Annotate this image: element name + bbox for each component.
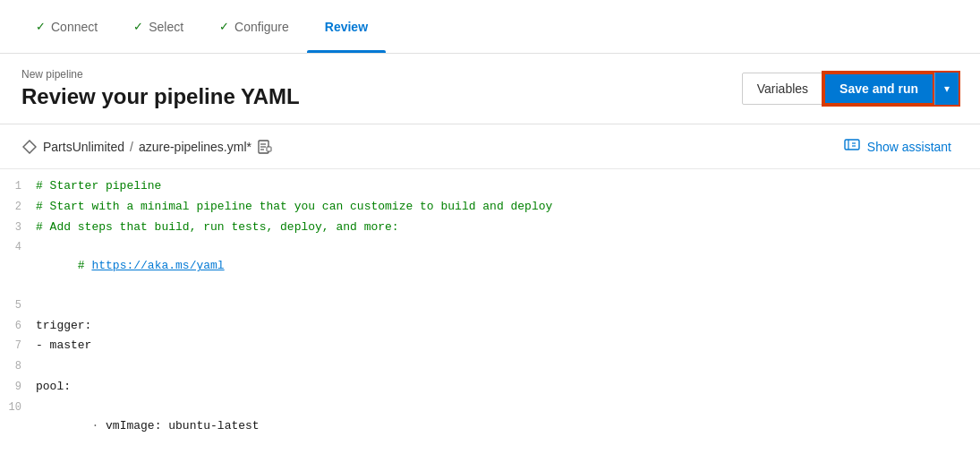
line-number-9: 9 bbox=[0, 379, 36, 396]
line-number-2: 2 bbox=[0, 199, 36, 216]
line-content-10: · vmImage: ubuntu-latest bbox=[36, 398, 980, 454]
line-content-1: # Starter pipeline bbox=[36, 177, 980, 196]
check-icon-select: ✓ bbox=[133, 20, 143, 33]
line-content-7: - master bbox=[36, 337, 980, 355]
code-line-9: 9 pool: bbox=[0, 377, 980, 398]
line-content-2: # Start with a minimal pipeline that you… bbox=[36, 198, 980, 217]
show-assistant-button[interactable]: Show assistant bbox=[837, 133, 959, 159]
code-line-3: 3 # Add steps that build, run tests, dep… bbox=[0, 218, 980, 238]
tab-review-label: Review bbox=[325, 20, 368, 34]
code-line-6: 6 trigger: bbox=[0, 316, 980, 337]
value-vmimage: · vmImage: ubuntu-latest bbox=[78, 419, 260, 433]
check-icon-connect: ✓ bbox=[36, 20, 46, 33]
line-content-3: # Add steps that build, run tests, deplo… bbox=[36, 218, 980, 237]
code-editor: 1 # Starter pipeline 2 # Start with a mi… bbox=[0, 169, 980, 454]
line-number-1: 1 bbox=[0, 178, 36, 195]
editor-toolbar: PartsUnlimited / azure-pipelines.yml* Sh… bbox=[0, 124, 980, 169]
svg-rect-6 bbox=[845, 140, 859, 150]
line-number-6: 6 bbox=[0, 318, 36, 335]
yaml-url-link[interactable]: https://aka.ms/yaml bbox=[91, 259, 224, 272]
line-number-3: 3 bbox=[0, 219, 36, 236]
code-line-1: 1 # Starter pipeline bbox=[0, 176, 980, 197]
code-line-7: 7 - master bbox=[0, 336, 980, 356]
tab-configure[interactable]: ✓ Configure bbox=[201, 0, 307, 53]
breadcrumb-file: azure-pipelines.yml* bbox=[139, 140, 251, 154]
breadcrumb: PartsUnlimited / azure-pipelines.yml* bbox=[21, 139, 273, 155]
tab-connect[interactable]: ✓ Connect bbox=[18, 0, 115, 53]
assistant-icon bbox=[844, 137, 860, 156]
header-left: New pipeline Review your pipeline YAML bbox=[21, 68, 300, 109]
line-content-9: pool: bbox=[36, 378, 980, 397]
header-actions: Variables Save and run ▾ bbox=[742, 73, 959, 105]
tab-select-label: Select bbox=[149, 20, 183, 34]
line-number-5: 5 bbox=[0, 297, 36, 314]
svg-marker-0 bbox=[23, 141, 36, 153]
breadcrumb-separator: / bbox=[130, 140, 133, 154]
new-pipeline-label: New pipeline bbox=[21, 68, 300, 81]
diamond-icon bbox=[21, 139, 38, 155]
file-name: azure-pipelines.yml bbox=[139, 140, 247, 154]
save-run-dropdown-button[interactable]: ▾ bbox=[934, 73, 959, 105]
tab-select[interactable]: ✓ Select bbox=[115, 0, 201, 53]
line-number-4: 4 bbox=[0, 239, 36, 256]
comment-prefix-4: # bbox=[78, 259, 92, 272]
line-number-10: 10 bbox=[0, 399, 36, 416]
tab-review[interactable]: Review bbox=[307, 0, 386, 53]
line-content-4: # https://aka.ms/yaml bbox=[36, 238, 980, 294]
code-line-4: 4 # https://aka.ms/yaml bbox=[0, 237, 980, 295]
variables-button[interactable]: Variables bbox=[742, 73, 823, 105]
check-icon-configure: ✓ bbox=[219, 20, 229, 33]
line-content-6: trigger: bbox=[36, 317, 980, 336]
code-line-2: 2 # Start with a minimal pipeline that y… bbox=[0, 197, 980, 218]
line-number-8: 8 bbox=[0, 358, 36, 375]
svg-rect-5 bbox=[267, 147, 271, 151]
code-line-5: 5 bbox=[0, 296, 980, 316]
chevron-down-icon: ▾ bbox=[944, 82, 950, 95]
line-content-8 bbox=[36, 357, 980, 376]
line-number-7: 7 bbox=[0, 338, 36, 355]
page-title: Review your pipeline YAML bbox=[21, 84, 300, 109]
edit-file-icon[interactable] bbox=[257, 139, 273, 155]
page-header: New pipeline Review your pipeline YAML V… bbox=[0, 54, 980, 124]
tab-configure-label: Configure bbox=[234, 20, 289, 34]
tabs-bar: ✓ Connect ✓ Select ✓ Configure Review bbox=[0, 0, 980, 54]
save-and-run-button[interactable]: Save and run bbox=[823, 73, 934, 105]
tab-connect-label: Connect bbox=[51, 20, 98, 34]
code-line-10: 10 · vmImage: ubuntu-latest bbox=[0, 398, 980, 454]
modified-indicator: * bbox=[247, 140, 251, 154]
save-run-wrapper: Save and run ▾ bbox=[823, 73, 959, 105]
code-line-8: 8 bbox=[0, 356, 980, 377]
line-content-5 bbox=[36, 296, 980, 315]
breadcrumb-project: PartsUnlimited bbox=[43, 140, 124, 154]
show-assistant-label: Show assistant bbox=[867, 140, 951, 154]
